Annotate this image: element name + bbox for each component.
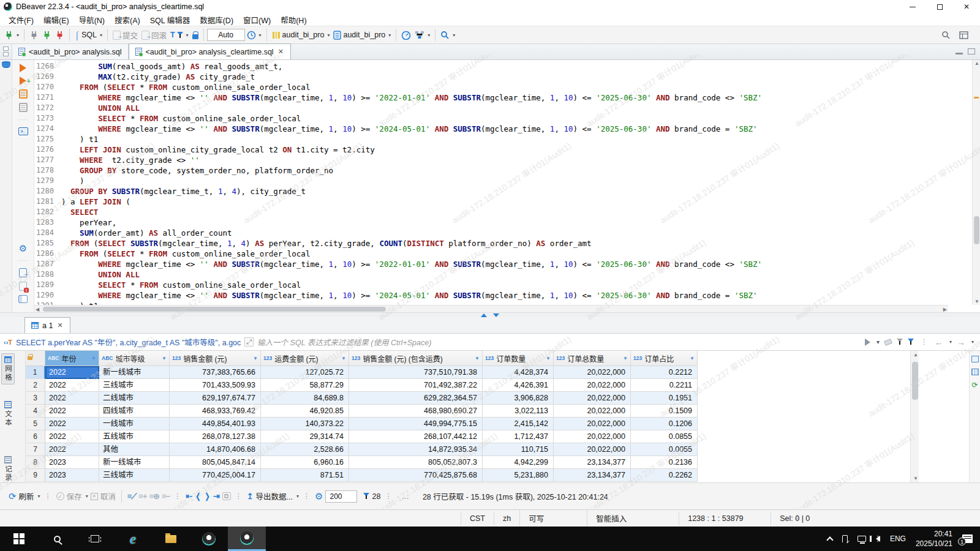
row-number[interactable]: 7 <box>26 443 45 456</box>
table-cell[interactable]: 737,510,791.38 <box>349 366 483 379</box>
table-row[interactable]: 12022新一线城市737,383,765.66127,025.72737,51… <box>26 366 936 379</box>
table-cell[interactable]: 0.2262 <box>631 469 698 482</box>
code-line[interactable]: 1277 WHERE t2.city_grade <> '' <box>34 155 948 165</box>
table-cell[interactable]: 3,906,828 <box>483 392 554 405</box>
quick-search-icon[interactable] <box>941 31 951 40</box>
code-line[interactable]: 1274 WHERE mgclear_time <> '' AND SUBSTR… <box>34 124 948 134</box>
table-cell[interactable]: 20,022,000 <box>554 430 631 443</box>
action-center-icon[interactable]: 1 <box>962 534 973 543</box>
table-cell[interactable]: 其他 <box>99 443 170 456</box>
menu-item[interactable]: 搜索(A) <box>110 13 145 26</box>
table-cell[interactable]: 14,870,406.68 <box>170 443 261 456</box>
commit-mode-combo[interactable]: Auto <box>207 29 245 41</box>
code-line[interactable]: 1286 FROM (SELECT * FROM custom_online_s… <box>34 249 948 259</box>
code-line[interactable]: 1279 ) <box>34 176 948 186</box>
chevron-down-icon[interactable]: ▾ <box>949 339 952 345</box>
restore-view-icon[interactable] <box>3 47 9 51</box>
network-icon[interactable] <box>858 536 866 542</box>
duplicate-row-button[interactable]: ≡⊕ <box>149 492 159 501</box>
table-cell[interactable]: 805,052,807.3 <box>349 456 483 469</box>
table-cell[interactable]: 五线城市 <box>99 430 170 443</box>
column-header-1[interactable]: ABC年份▼ <box>45 351 99 366</box>
result-tab-a1[interactable]: a 1 ✕ <box>24 317 70 333</box>
row-number[interactable]: 4 <box>26 405 45 418</box>
table-cell[interactable]: 140,373.22 <box>261 418 349 430</box>
column-header-3[interactable]: 123销售金额 (元)▼ <box>170 351 261 366</box>
menu-item[interactable]: 导航(N) <box>74 13 110 26</box>
menu-item[interactable]: 数据库(D) <box>195 13 238 26</box>
row-number[interactable]: 9 <box>26 469 45 482</box>
table-cell[interactable]: 6,960.16 <box>261 456 349 469</box>
add-row-button[interactable]: ≡+ <box>138 492 146 501</box>
chevron-down-icon[interactable]: ▾ <box>971 339 974 345</box>
table-cell[interactable]: 三线城市 <box>99 469 170 482</box>
close-button[interactable]: ✕ <box>953 0 980 13</box>
table-cell[interactable]: 770,425,004.17 <box>170 469 261 482</box>
taskbar-search-button[interactable] <box>38 527 76 551</box>
table-cell[interactable]: 2022 <box>45 366 99 379</box>
table-row[interactable]: 32022二线城市629,197,674.7784,689.8629,282,3… <box>26 392 936 405</box>
restore-view-icon[interactable] <box>3 52 9 56</box>
new-connection-button[interactable]: ▾ <box>2 29 21 41</box>
code-line[interactable]: 1268 SUM(real_goods_amt) AS real_goods_a… <box>34 61 948 72</box>
table-cell[interactable]: 四线城市 <box>99 405 170 418</box>
chevron-down-icon[interactable]: ▾ <box>876 339 880 345</box>
reconnect-button[interactable] <box>40 29 53 41</box>
perspective-icon[interactable] <box>959 31 969 40</box>
table-row[interactable]: 42022四线城市468,933,769.4246,920.85468,980,… <box>26 405 936 418</box>
lock-button[interactable] <box>190 30 200 40</box>
table-cell[interactable]: 新一线城市 <box>99 366 170 379</box>
previous-row-button[interactable]: ❬ <box>195 492 202 501</box>
export-data-button[interactable]: 导出数据... <box>256 490 293 502</box>
minimize-button[interactable] <box>899 0 926 13</box>
scroll-up-icon[interactable]: ▲ <box>974 61 979 66</box>
execute-script-button[interactable] <box>19 89 28 99</box>
next-row-button[interactable]: ❭ <box>204 492 211 501</box>
sash-down-icon[interactable] <box>493 313 499 317</box>
table-cell[interactable]: 4,428,374 <box>483 366 554 379</box>
usb-icon[interactable] <box>842 535 848 542</box>
compare-button[interactable] <box>18 295 28 303</box>
scroll-up-icon[interactable]: ▲ <box>913 352 918 358</box>
expand-filter-icon[interactable]: ⤢ <box>244 337 254 347</box>
editor-results-sash[interactable] <box>0 312 980 317</box>
table-cell[interactable]: 14,872,935.34 <box>349 443 483 456</box>
table-cell[interactable]: 871.51 <box>261 469 349 482</box>
dashboard-button[interactable] <box>399 29 413 41</box>
table-cell[interactable]: 110,715 <box>483 443 554 456</box>
sash-up-icon[interactable] <box>481 313 487 317</box>
table-cell[interactable]: 一线城市 <box>99 418 170 430</box>
table-cell[interactable]: 23,134,377 <box>554 456 631 469</box>
editor-vertical-scrollbar[interactable]: ▲ ▼ <box>972 60 980 305</box>
tab-analysis-sql[interactable]: <audit_bi_pro> analysis.sql <box>12 44 129 59</box>
execute-script-disabled-button[interactable] <box>19 103 28 112</box>
schema-selector[interactable]: audit_bi_pro ▾ <box>331 29 393 41</box>
table-cell[interactable]: 2022 <box>45 418 99 430</box>
overflow-dots[interactable]: … <box>401 492 409 501</box>
table-cell[interactable]: 2023 <box>45 469 99 482</box>
table-cell[interactable]: 737,383,765.66 <box>170 366 261 379</box>
column-dropdown-icon[interactable]: ▼ <box>91 356 96 361</box>
table-cell[interactable]: 0.2211 <box>631 379 698 392</box>
chevron-down-icon[interactable]: ▾ <box>38 493 40 499</box>
start-button[interactable] <box>0 527 38 551</box>
row-number[interactable]: 2 <box>26 379 45 392</box>
table-cell[interactable]: 0.1951 <box>631 392 698 405</box>
table-cell[interactable]: 3,022,113 <box>483 405 554 418</box>
code-line[interactable]: 1278 GROUP BY store_code, system_order_n… <box>34 165 948 176</box>
scroll-left-icon[interactable]: ◀ <box>36 307 39 312</box>
column-dropdown-icon[interactable]: ▼ <box>253 356 258 361</box>
menu-item[interactable]: 帮助(H) <box>276 13 311 26</box>
column-header-6[interactable]: 123订单数量▼ <box>483 351 554 366</box>
code-line[interactable]: 1270 FROM (SELECT * FROM custom_online_s… <box>34 82 948 92</box>
dbeaver-taskbar-button[interactable] <box>190 527 228 551</box>
code-line[interactable]: 1287 WHERE mgclear_time <> '' AND SUBSTR… <box>34 259 948 269</box>
table-cell[interactable]: 46,920.85 <box>261 405 349 418</box>
table-cell[interactable]: 629,197,674.77 <box>170 392 261 405</box>
table-row[interactable]: 72022其他14,870,406.682,528.6614,872,935.3… <box>26 443 936 456</box>
table-cell[interactable]: 4,942,299 <box>483 456 554 469</box>
fetch-size-input[interactable]: 200 <box>325 490 357 503</box>
editor-settings-gear-icon[interactable]: ⚙ <box>19 244 27 253</box>
code-line[interactable]: 1271 WHERE mgclear_time <> '' AND SUBSTR… <box>34 92 948 103</box>
table-cell[interactable]: 新一线城市 <box>99 456 170 469</box>
